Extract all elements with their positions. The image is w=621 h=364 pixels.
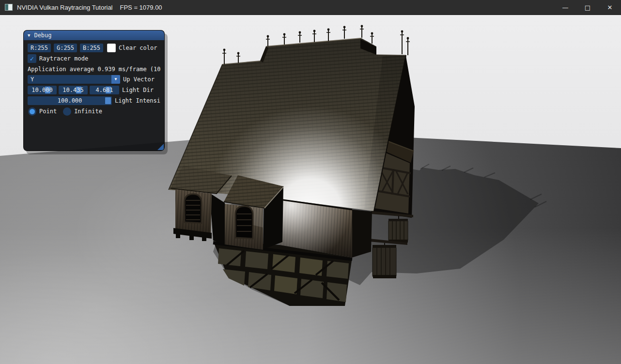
- lantern-lower: [373, 245, 396, 278]
- resize-grip[interactable]: [157, 144, 164, 150]
- slider-grab[interactable]: [105, 97, 111, 104]
- debug-panel-body: R:255 G:255 B:255 Clear color ✓ Raytrace…: [24, 40, 164, 118]
- os-titlebar: NVIDIA Vulkan Raytracing Tutorial FPS = …: [0, 0, 621, 15]
- collapse-arrow-icon[interactable]: ▼: [28, 32, 30, 39]
- arched-window-left: [185, 194, 202, 223]
- radio-dot: [30, 109, 35, 114]
- maximize-button[interactable]: □: [576, 0, 599, 15]
- window-title: NVIDIA Vulkan Raytracing Tutorial: [17, 4, 113, 11]
- debug-panel-titlebar[interactable]: ▼ Debug: [24, 30, 164, 40]
- app-icon: [5, 4, 13, 11]
- light-type-point-label: Point: [39, 108, 57, 115]
- light-dir-x-value: 10.000: [31, 87, 52, 93]
- light-dir-label: Light Dir: [122, 87, 154, 93]
- combo-arrow-button[interactable]: ▼: [111, 75, 120, 84]
- light-type-infinite-radio[interactable]: [63, 107, 71, 116]
- up-vector-combo[interactable]: Y ▼: [28, 75, 120, 84]
- light-type-row: Point Infinite: [28, 107, 160, 116]
- fps-counter: FPS = 1079.00: [120, 4, 162, 11]
- app-window: NVIDIA Vulkan Raytracing Tutorial FPS = …: [0, 0, 621, 364]
- clear-color-b-field[interactable]: B:255: [80, 44, 103, 52]
- dormer-right: [224, 175, 283, 250]
- clear-color-r-field[interactable]: R:255: [28, 44, 51, 52]
- close-icon: ✕: [607, 4, 613, 11]
- light-intensity-label: Light Intensi: [115, 97, 160, 104]
- lantern-upper: [388, 219, 408, 243]
- light-intensity-row: 100.000 Light Intensi: [28, 96, 160, 105]
- maximize-icon: □: [585, 4, 590, 11]
- light-intensity-value: 100.000: [58, 97, 82, 104]
- debug-panel: ▼ Debug R:255 G:255 B:255 Clear color ✓ …: [23, 30, 165, 151]
- minimize-icon: —: [562, 4, 569, 11]
- light-dir-y-value: 10.435: [62, 87, 83, 93]
- up-vector-row: Y ▼ Up Vector: [28, 75, 160, 84]
- window-controls: — □ ✕: [554, 0, 621, 15]
- light-dir-z-slider[interactable]: 4.681: [90, 86, 119, 94]
- light-dir-z-value: 4.681: [95, 87, 113, 93]
- radio-dot: [64, 109, 70, 114]
- minimize-button[interactable]: —: [554, 0, 576, 15]
- light-type-infinite-label: Infinite: [74, 108, 102, 115]
- light-dir-x-slider[interactable]: 10.000: [28, 86, 57, 94]
- arched-window-right: [235, 206, 253, 239]
- combo-arrow-icon: ▼: [115, 76, 117, 83]
- raytracer-checkbox[interactable]: ✓: [28, 54, 36, 63]
- clear-color-label: Clear color: [119, 45, 157, 51]
- light-dir-y-slider[interactable]: 10.435: [59, 86, 88, 94]
- clear-color-swatch[interactable]: [107, 44, 116, 52]
- light-intensity-slider[interactable]: 100.000: [28, 96, 112, 105]
- clear-color-g-field[interactable]: G:255: [54, 44, 77, 52]
- raytracer-label: Raytracer mode: [39, 55, 88, 62]
- clear-color-row: R:255 G:255 B:255 Clear color: [28, 44, 160, 52]
- light-dir-row: 10.000 10.435 4.681 Light Dir: [28, 86, 160, 94]
- close-button[interactable]: ✕: [599, 0, 621, 15]
- up-vector-label: Up Vector: [123, 76, 155, 83]
- debug-panel-title: Debug: [34, 32, 51, 39]
- raytracer-row: ✓ Raytracer mode: [28, 54, 160, 63]
- up-vector-value: Y: [31, 76, 34, 83]
- light-type-point-radio[interactable]: [28, 107, 36, 116]
- checkmark-icon: ✓: [30, 55, 34, 62]
- frame-stats-text: Application average 0.939 ms/frame (1064: [28, 66, 160, 73]
